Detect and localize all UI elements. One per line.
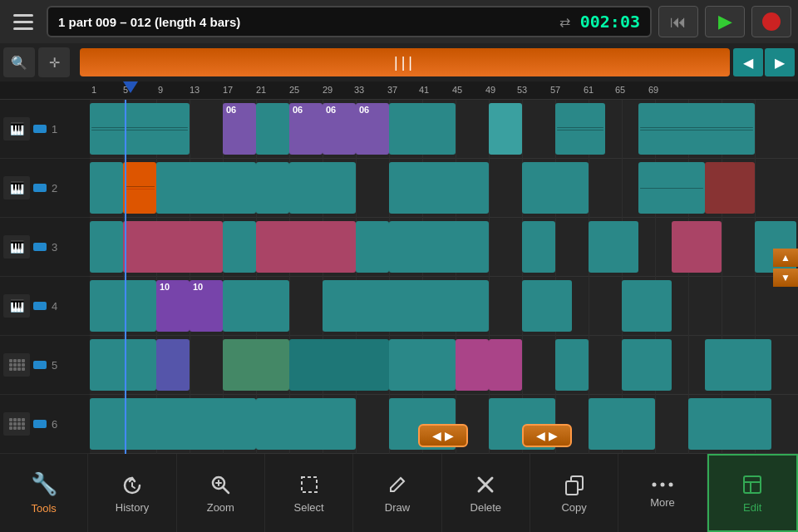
clip-2-8[interactable] [638,162,705,214]
clip-label: 10 [193,282,203,292]
clip-5-9[interactable] [622,339,672,391]
scroll-down-button[interactable]: ▼ [773,268,798,287]
track-2-mute-button[interactable] [33,184,47,192]
track-5-mute-button[interactable] [33,361,47,369]
clip-4-7[interactable] [622,280,672,332]
rewind-icon: ⏮ [670,12,687,32]
delete-button[interactable]: Delete [442,454,530,532]
track-header-1: 🎹 1 [0,100,90,159]
clip-3-6[interactable] [389,221,489,273]
track-header-3: 🎹 3 [0,218,90,277]
move-button[interactable]: ✛ [38,47,70,77]
clip-3-5[interactable] [356,221,389,273]
zoom-label: Zoom [207,501,234,514]
arrangement[interactable]: 06 06 06 06 [90,100,798,454]
clip-2-3[interactable] [156,162,256,214]
playhead-marker: ||| [394,54,416,71]
clip-3-2[interactable] [123,221,223,273]
scroll-up-button[interactable]: ▲ [773,249,798,267]
clip-3-8[interactable] [589,221,638,273]
clip-3-1[interactable] [90,221,123,273]
track-4-keys-icon: 🎹 [3,294,30,318]
clip-2-7[interactable] [522,162,589,214]
clip-3-4[interactable] [256,221,356,273]
playhead-bar[interactable]: ||| [80,48,730,76]
select-button[interactable]: Select [265,454,353,532]
copy-icon [563,473,586,496]
clip-2-4[interactable] [256,162,289,214]
clip-6-6[interactable] [688,398,771,450]
clip-2-1[interactable] [90,162,123,214]
clip-1-7[interactable] [389,103,456,155]
clip-label: 10 [160,282,170,292]
track-6-mute-button[interactable] [33,420,47,428]
timeline-area[interactable]: 1 5 9 13 17 21 25 29 33 37 41 45 49 53 5… [90,81,798,454]
more-button[interactable]: More [618,454,707,532]
track-3-mute-button[interactable] [33,243,47,251]
clip-4-6[interactable] [522,280,572,332]
delete-label: Delete [470,501,502,514]
clip-2-9[interactable] [705,162,755,214]
copy-button[interactable]: Copy [530,454,618,532]
clip-4-2[interactable]: 10 [156,280,190,332]
clip-5-7[interactable] [489,339,522,391]
clip-5-10[interactable] [705,339,771,391]
clip-1-6[interactable]: 06 [356,103,389,155]
scroll-handle-right[interactable]: ◀ ▶ [522,424,572,447]
clip-5-6[interactable] [456,339,489,391]
clip-5-2[interactable] [156,339,190,391]
clip-1-8[interactable] [489,103,522,155]
search-zoom-button[interactable]: 🔍 [3,47,35,77]
play-button[interactable]: ▶ [705,6,745,37]
clip-3-9[interactable] [672,221,722,273]
clip-4-5[interactable] [323,280,489,332]
track-6-grid-icon [9,418,25,430]
edit-button[interactable]: Edit [707,454,798,532]
ruler-mark-41: 41 [419,85,429,95]
clip-1-2[interactable]: 06 [223,103,256,155]
tools-button[interactable]: 🔧 Tools [0,454,88,532]
track-header-6: 6 [0,395,90,454]
clip-2-6[interactable] [389,162,489,214]
draw-button[interactable]: Draw [353,454,441,532]
clip-1-10[interactable] [638,103,755,155]
record-button[interactable] [751,6,791,37]
clip-1-5[interactable]: 06 [323,103,356,155]
bottom-toolbar: 🔧 Tools History Zoom Select Draw [0,454,798,532]
clip-6-1[interactable] [90,398,256,450]
select-label: Select [294,501,324,514]
clip-4-1[interactable] [90,280,156,332]
clip-2-2[interactable] [123,162,156,214]
menu-button[interactable] [7,5,40,38]
clip-3-7[interactable] [522,221,555,273]
clip-2-5[interactable] [289,162,356,214]
clip-1-4[interactable]: 06 [289,103,323,155]
track-1-mute-button[interactable] [33,125,47,133]
clip-6-5[interactable] [589,398,655,450]
ruler-mark-9: 9 [158,85,163,95]
history-button[interactable]: History [88,454,176,532]
clip-4-4[interactable] [223,280,289,332]
history-icon [121,473,144,496]
clip-label: 06 [359,105,369,115]
clip-5-3[interactable] [223,339,289,391]
svg-rect-4 [302,477,317,492]
clip-3-3[interactable] [223,221,256,273]
clip-5-4[interactable] [289,339,389,391]
clip-5-8[interactable] [555,339,589,391]
clip-1-1[interactable] [90,103,190,155]
clip-4-3[interactable]: 10 [190,280,223,332]
clip-5-5[interactable] [389,339,456,391]
clip-6-2[interactable] [256,398,356,450]
clip-1-3[interactable] [256,103,289,155]
rewind-button[interactable]: ⏮ [658,6,698,37]
zoom-button[interactable]: Zoom [177,454,265,532]
track-4-mute-button[interactable] [33,302,47,310]
right-scroll: ▲ ▼ [773,249,798,287]
clip-1-9[interactable] [555,103,605,155]
nav-right-button[interactable]: ▶ [765,48,795,76]
scroll-handle-left[interactable]: ◀ ▶ [418,424,468,447]
clip-5-1[interactable] [90,339,156,391]
ruler-mark-33: 33 [354,85,364,95]
nav-left-button[interactable]: ◀ [733,48,763,76]
